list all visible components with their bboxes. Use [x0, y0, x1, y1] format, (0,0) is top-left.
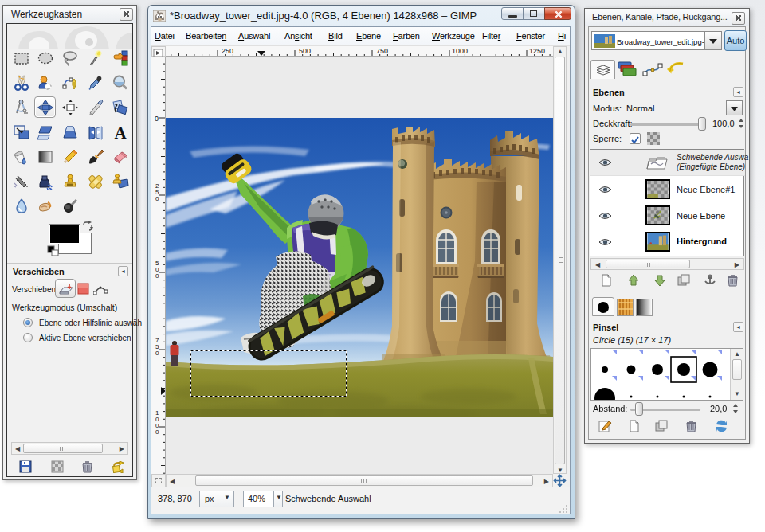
- svg-text:1000: 1000: [452, 47, 468, 55]
- svg-text:1250: 1250: [529, 47, 545, 55]
- svg-text:0: 0: [155, 428, 159, 436]
- svg-text:0: 0: [155, 115, 159, 123]
- svg-text:0: 0: [155, 350, 159, 357]
- svg-text:500: 500: [299, 47, 311, 55]
- svg-text:250: 250: [222, 47, 233, 55]
- svg-text:0: 0: [155, 195, 159, 202]
- svg-text:750: 750: [376, 47, 388, 55]
- svg-text:0: 0: [155, 272, 159, 280]
- svg-text:A: A: [114, 123, 127, 141]
